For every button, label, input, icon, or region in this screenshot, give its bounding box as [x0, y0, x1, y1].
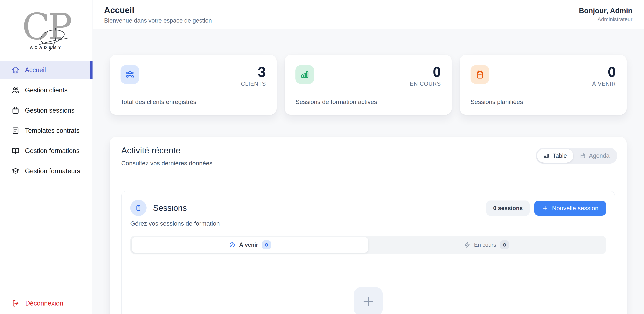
user-greeting: Bonjour, Admin [579, 7, 632, 15]
add-session-tile[interactable] [354, 287, 383, 314]
stat-top: 0 À VENIR [470, 65, 616, 87]
bar-chart-icon [296, 65, 314, 84]
calendar-minus-icon-glyph [475, 70, 485, 79]
stat-value-block: 0 À VENIR [592, 65, 616, 87]
users-icon [12, 86, 20, 94]
sessions-count-badge: 0 sessions [486, 200, 530, 216]
content: 3 CLIENTS Total des clients enregistrés [93, 29, 644, 314]
stat-description: Sessions de formation actives [296, 98, 441, 105]
calendar-icon [580, 153, 586, 159]
sidebar-item-gestion-formateurs[interactable]: Gestion formateurs [0, 162, 92, 180]
stat-description: Total des clients enregistrés [120, 98, 266, 105]
brand-logo: CP ACADEMY [0, 9, 92, 50]
calendar-minus-icon [470, 65, 489, 84]
view-toggle-label: Table [552, 152, 567, 159]
tab-label: En cours [474, 242, 496, 248]
sessions-subtitle: Gérez vos sessions de formation [130, 220, 220, 227]
sidebar: CP ACADEMY Accueil Gestion cli [0, 0, 93, 314]
stat-value: 0 [410, 65, 441, 79]
activity-title-block: Activité récente Consultez vos dernières… [121, 146, 212, 179]
user-block: Bonjour, Admin Administrateur [579, 7, 632, 22]
sidebar-nav: Accueil Gestion clients Gestion sessions… [0, 61, 92, 182]
sessions-title-row: Sessions [130, 200, 220, 216]
users-group-icon-glyph [125, 70, 134, 79]
bar-chart-icon [544, 153, 549, 159]
view-toggle-label: Agenda [589, 152, 610, 159]
stat-top: 3 CLIENTS [120, 65, 266, 87]
sessions-card: Sessions Gérez vos sessions de formation… [121, 191, 615, 314]
stat-top: 0 EN COURS [296, 65, 441, 87]
sidebar-item-gestion-formations[interactable]: Gestion formations [0, 142, 92, 160]
page-subtitle: Bienvenue dans votre espace de gestion [104, 17, 212, 24]
brand-monogram-wrap: CP [22, 9, 70, 45]
sessions-title: Sessions [153, 203, 187, 213]
activity-title: Activité récente [121, 146, 212, 155]
sessions-header: Sessions Gérez vos sessions de formation… [130, 200, 606, 227]
sidebar-item-gestion-sessions[interactable]: Gestion sessions [0, 101, 92, 120]
brand-signature-icon [26, 24, 78, 53]
tab-count-badge: 0 [500, 240, 509, 249]
logout-button[interactable]: Déconnexion [12, 300, 63, 307]
tab-a-venir[interactable]: À venir 0 [132, 237, 368, 253]
sessions-tabbar: À venir 0 En cours 0 [130, 236, 606, 254]
sessions-controls: 0 sessions Nouvelle session [486, 200, 606, 216]
logout-label: Déconnexion [25, 300, 63, 307]
sessions-empty-zone [130, 254, 606, 314]
new-session-button[interactable]: Nouvelle session [534, 201, 606, 216]
sidebar-item-label: Gestion sessions [25, 107, 74, 114]
stat-card-en-cours: 0 EN COURS Sessions de formation actives [284, 55, 452, 115]
topbar: Accueil Bienvenue dans votre espace de g… [93, 0, 644, 29]
sidebar-item-label: Accueil [25, 66, 46, 74]
tab-label: À venir [239, 242, 258, 248]
activity-subtitle: Consultez vos dernières données [121, 160, 212, 167]
stat-value-block: 3 CLIENTS [241, 65, 266, 87]
topbar-title-block: Accueil Bienvenue dans votre espace de g… [104, 5, 212, 24]
stat-card-a-venir: 0 À VENIR Sessions planifiées [460, 55, 627, 115]
main-area: Accueil Bienvenue dans votre espace de g… [93, 0, 644, 314]
sidebar-item-label: Gestion clients [25, 86, 68, 94]
clipboard-icon-glyph [134, 204, 142, 212]
sidebar-item-label: Gestion formateurs [25, 167, 80, 175]
sidebar-item-templates-contrats[interactable]: Templates contrats [0, 122, 92, 140]
stat-card-clients: 3 CLIENTS Total des clients enregistrés [110, 55, 277, 115]
bar-chart-icon-glyph [300, 70, 310, 79]
stat-description: Sessions planifiées [470, 98, 616, 105]
clipboard-icon [130, 200, 146, 216]
graduation-cap-icon [12, 167, 20, 175]
user-role: Administrateur [579, 16, 632, 22]
view-toggle-table[interactable]: Table [537, 149, 573, 162]
calendar-icon [12, 107, 20, 114]
app-root: CP ACADEMY Accueil Gestion cli [0, 0, 644, 314]
logout-icon [12, 300, 20, 307]
sidebar-item-accueil[interactable]: Accueil [0, 61, 92, 79]
plus-icon [542, 205, 548, 211]
recent-activity-card: Activité récente Consultez vos dernières… [110, 137, 627, 314]
zap-icon [464, 242, 470, 248]
sidebar-item-gestion-clients[interactable]: Gestion clients [0, 81, 92, 99]
view-toggle: Table Agenda [536, 148, 617, 164]
activity-header: Activité récente Consultez vos dernières… [110, 137, 627, 179]
page-title: Accueil [104, 5, 212, 15]
new-session-label: Nouvelle session [552, 205, 598, 212]
users-group-icon [120, 65, 139, 84]
stat-value: 0 [592, 65, 616, 79]
stat-label: À VENIR [592, 81, 616, 87]
file-icon [12, 127, 20, 135]
clock-icon [229, 242, 235, 248]
stat-label: CLIENTS [241, 81, 266, 87]
home-icon [12, 66, 20, 74]
stats-row: 3 CLIENTS Total des clients enregistrés [110, 55, 627, 115]
stat-label: EN COURS [410, 81, 441, 87]
view-toggle-agenda[interactable]: Agenda [573, 149, 616, 162]
stat-value: 3 [241, 65, 266, 79]
stat-value-block: 0 EN COURS [410, 65, 441, 87]
sidebar-item-label: Templates contrats [25, 127, 80, 135]
sessions-title-block: Sessions Gérez vos sessions de formation [130, 200, 220, 227]
sidebar-item-label: Gestion formations [25, 147, 80, 155]
tab-en-cours[interactable]: En cours 0 [368, 237, 605, 253]
book-icon [12, 147, 20, 155]
tab-count-badge: 0 [262, 240, 271, 249]
plus-icon [362, 295, 375, 308]
